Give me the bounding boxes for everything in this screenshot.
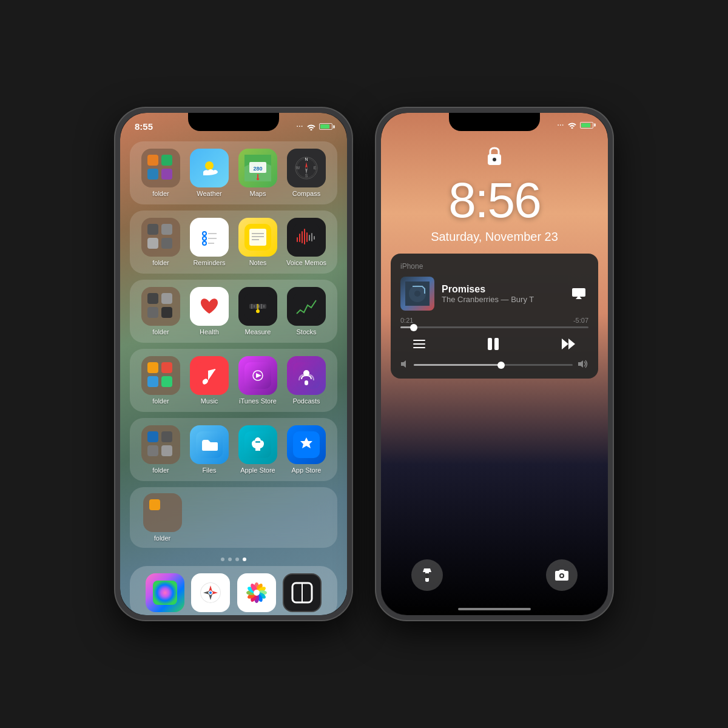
stocks-svg bbox=[293, 293, 320, 320]
forward-button[interactable] bbox=[561, 337, 576, 351]
airplay-button[interactable] bbox=[569, 284, 588, 303]
vol-low-svg bbox=[400, 360, 409, 368]
reminders-icon[interactable] bbox=[190, 218, 229, 257]
app-item-music[interactable]: Music bbox=[188, 356, 231, 405]
app-item-folder1[interactable]: folder bbox=[140, 149, 182, 197]
app-item-weather[interactable]: Weather bbox=[188, 149, 231, 197]
siri-icon[interactable] bbox=[146, 573, 184, 612]
applestore-icon[interactable] bbox=[238, 425, 277, 464]
mirror-icon[interactable] bbox=[283, 573, 322, 612]
folder-mini bbox=[147, 169, 158, 180]
music-label: Music bbox=[201, 397, 218, 405]
flashlight-button[interactable] bbox=[411, 559, 443, 591]
volume-thumb bbox=[497, 362, 505, 369]
dock-photos[interactable] bbox=[234, 573, 280, 612]
voicememos-icon[interactable] bbox=[287, 218, 326, 257]
page-dot-4[interactable] bbox=[243, 558, 246, 561]
dock-safari[interactable] bbox=[188, 573, 234, 612]
app-item-health[interactable]: Health bbox=[188, 287, 231, 335]
compass-svg: N S W E bbox=[293, 155, 320, 181]
volume-low-icon bbox=[400, 360, 409, 370]
svg-point-0 bbox=[205, 161, 214, 170]
app-item-compass[interactable]: N S W E Compass bbox=[285, 149, 328, 197]
itunesstore-label: iTunes Store bbox=[239, 397, 277, 405]
folder3-label: folder bbox=[152, 328, 169, 335]
notes-icon[interactable] bbox=[238, 218, 277, 257]
svg-point-84 bbox=[493, 158, 496, 161]
status-icons-right: ··· bbox=[558, 121, 593, 129]
folder-mini bbox=[161, 238, 172, 249]
page-dot-3[interactable] bbox=[235, 558, 239, 561]
volume-bar[interactable] bbox=[414, 364, 573, 366]
app-item-itunesstore[interactable]: iTunes Store bbox=[237, 356, 279, 405]
folder5-icon[interactable] bbox=[141, 425, 180, 464]
music-info: Promises The Cranberries — Bury T bbox=[442, 284, 562, 304]
voicememos-label: Voice Memos bbox=[286, 259, 326, 266]
progress-bar[interactable] bbox=[400, 326, 588, 328]
app-item-files[interactable]: Files bbox=[188, 425, 231, 474]
app-item-folder2[interactable]: folder bbox=[140, 218, 182, 266]
measure-icon[interactable] bbox=[238, 287, 277, 326]
music-icon[interactable] bbox=[190, 356, 229, 395]
app-item-folder4[interactable]: folder bbox=[140, 356, 182, 405]
folder1-icon[interactable] bbox=[141, 149, 180, 187]
folder-mini bbox=[147, 307, 158, 318]
pause-button[interactable] bbox=[485, 335, 502, 352]
svg-rect-32 bbox=[311, 233, 312, 241]
page-dot-2[interactable] bbox=[228, 558, 232, 561]
folder4-icon[interactable] bbox=[141, 356, 180, 395]
app-item-stocks[interactable]: Stocks bbox=[285, 287, 328, 335]
safari-icon[interactable] bbox=[191, 573, 230, 612]
playlist-button[interactable] bbox=[413, 337, 426, 351]
itunesstore-icon[interactable] bbox=[238, 356, 277, 395]
folder-mini bbox=[147, 376, 158, 387]
svg-point-87 bbox=[414, 291, 420, 297]
folder5-label: folder bbox=[152, 467, 169, 474]
app-grid: folder Weather bbox=[120, 136, 347, 553]
weather-icon[interactable] bbox=[190, 149, 229, 187]
svg-point-100 bbox=[561, 575, 563, 577]
app-item-voicememos[interactable]: Voice Memos bbox=[285, 218, 328, 266]
music-widget-main: Promises The Cranberries — Bury T bbox=[400, 277, 588, 311]
files-icon[interactable] bbox=[190, 425, 229, 464]
podcasts-icon[interactable] bbox=[287, 356, 326, 395]
siri-svg bbox=[153, 581, 177, 605]
folder2-icon[interactable] bbox=[141, 218, 180, 257]
folder-mini bbox=[147, 362, 158, 373]
music-source: iPhone bbox=[400, 262, 588, 271]
home-indicator-right bbox=[458, 608, 531, 610]
maps-icon[interactable]: 280 bbox=[238, 149, 277, 187]
dock-mirror[interactable] bbox=[280, 573, 326, 612]
folder-mini bbox=[161, 362, 172, 373]
photos-icon[interactable] bbox=[237, 573, 276, 612]
app-item-applestore[interactable]: Apple Store bbox=[237, 425, 279, 474]
album-art bbox=[400, 277, 434, 311]
folder-mini bbox=[147, 431, 158, 442]
app-item-appstore[interactable]: App Store bbox=[285, 425, 328, 474]
app-item-folder3[interactable]: folder bbox=[140, 287, 182, 335]
app-item-notes[interactable]: Notes bbox=[237, 218, 279, 266]
app-item-maps[interactable]: 280 Maps bbox=[237, 149, 279, 197]
dock-siri[interactable] bbox=[142, 573, 188, 612]
camera-button[interactable] bbox=[546, 559, 578, 591]
left-phone-screen: 8:55 ··· bbox=[120, 113, 347, 615]
folder3-icon[interactable] bbox=[141, 287, 180, 326]
app-item-folder6[interactable]: folder bbox=[140, 493, 185, 542]
compass-icon[interactable]: N S W E bbox=[287, 149, 326, 187]
app-item-folder5[interactable]: folder bbox=[140, 425, 182, 474]
folder-mini bbox=[161, 155, 172, 166]
folder-mini bbox=[161, 445, 172, 456]
appstore-icon[interactable] bbox=[287, 425, 326, 464]
svg-rect-57 bbox=[153, 581, 177, 605]
health-icon[interactable] bbox=[190, 287, 229, 326]
voicememos-svg bbox=[293, 224, 320, 251]
app-item-podcasts[interactable]: Podcasts bbox=[285, 356, 328, 405]
app-item-reminders[interactable]: Reminders bbox=[188, 218, 231, 266]
app-item-measure[interactable]: Measure bbox=[237, 287, 279, 335]
stocks-icon[interactable] bbox=[287, 287, 326, 326]
notes-svg bbox=[244, 224, 271, 251]
wifi-icon-left bbox=[306, 123, 316, 130]
flashlight-icon bbox=[420, 567, 434, 583]
page-dot-1[interactable] bbox=[221, 558, 224, 561]
folder6-icon[interactable] bbox=[143, 493, 182, 532]
